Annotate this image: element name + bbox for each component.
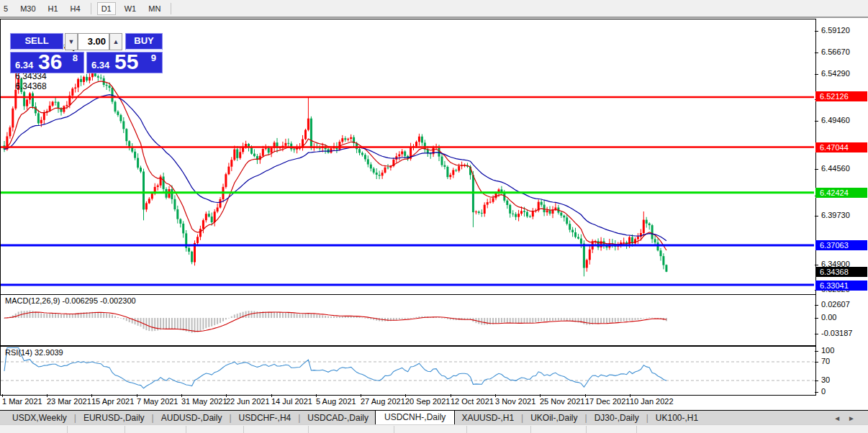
macd-tick-mark [815, 334, 818, 334]
rsi-indicator-pane[interactable]: RSI(14) 32.9039 [0, 346, 816, 396]
chart-tab-usdx-weekly[interactable]: USDX,Weekly [6, 411, 73, 424]
statusbar-separator [530, 426, 531, 433]
date-tick-label: 14 Jul 2021 [271, 397, 312, 406]
date-tick-label: 23 Mar 2021 [47, 397, 91, 406]
statusbar-separator [394, 426, 394, 433]
sell-button[interactable]: SELL [10, 33, 63, 50]
rsi-tick-mark [815, 392, 818, 393]
price-level-marker: 6.37063 [815, 240, 867, 250]
macd-tick-mark [815, 305, 818, 306]
timeframe-toolbar: 5M30H1H4D1W1MN [0, 0, 868, 18]
price-tick-label: 6.54290 [821, 69, 850, 78]
tab-separator: | [646, 413, 648, 423]
chart-tab-audusd-daily[interactable]: AUDUSD-,Daily [155, 411, 229, 424]
macd-indicator-pane[interactable]: MACD(12,26,9) -0.006295 -0.002300 [0, 294, 816, 346]
volume-input[interactable]: 3.00 [78, 33, 109, 50]
price-level-marker: 6.33041 [815, 281, 867, 291]
timeframe-button-mn[interactable]: MN [145, 2, 164, 15]
rsi-chart [1, 347, 814, 393]
buy-price-display[interactable]: 6.34 55 9 [86, 52, 163, 73]
price-tick-mark [815, 31, 818, 32]
macd-tick-label: 0.00 [821, 313, 836, 322]
date-tick-label: 1 Mar 2021 [2, 397, 42, 406]
tab-separator: | [152, 413, 154, 423]
price-tick-mark [815, 169, 818, 170]
price-tick-mark [815, 216, 818, 216]
rsi-tick-mark [815, 362, 818, 363]
buy-price-pip: 9 [151, 53, 156, 63]
chart-tab-dj30-daily[interactable]: DJ30-,Daily [588, 411, 646, 424]
rsi-tick-mark [815, 380, 818, 381]
date-tick-label: 22 Jun 2021 [226, 397, 270, 406]
macd-tick-mark [815, 318, 818, 319]
price-tick-label: 6.56670 [821, 47, 850, 56]
date-tick-label: 12 Oct 2021 [451, 397, 494, 406]
toolbar-separator [91, 3, 91, 14]
price-tick-mark [815, 121, 818, 122]
timeframe-button-d1[interactable]: D1 [97, 2, 116, 15]
timeframe-button-h1[interactable]: H1 [45, 2, 62, 15]
timeframe-button-h4[interactable]: H4 [67, 2, 84, 15]
price-tick-mark [815, 265, 818, 265]
price-tick-label: 6.39730 [821, 211, 850, 219]
ohlc-close: 6.34368 [15, 81, 46, 91]
chart-tab-xauusd-h1[interactable]: XAUUSD-,H1 [455, 411, 520, 424]
price-tick-label: 6.59120 [821, 26, 850, 35]
price-level-marker: 6.47044 [815, 142, 867, 152]
date-tick-label: 31 May 2021 [181, 397, 227, 406]
sell-price-big-digits: 36 [38, 50, 62, 74]
price-tick-label: 6.49460 [821, 116, 850, 124]
statusbar-separator [125, 426, 125, 433]
macd-label: MACD(12,26,9) -0.006295 -0.002300 [5, 296, 136, 305]
date-tick-label: 7 May 2021 [137, 397, 178, 406]
chart-tab-ukoil-daily[interactable]: UKOil-,Daily [524, 411, 584, 424]
volume-increase-button[interactable]: ▲ [109, 33, 122, 50]
toolbar-separator [171, 3, 171, 14]
buy-price-prefix: 6.34 [91, 60, 109, 70]
price-tick-mark [815, 74, 818, 75]
chart-tab-usdcad-daily[interactable]: USDCAD-,Daily [301, 411, 375, 424]
price-level-marker: 6.34368 [815, 267, 867, 277]
chart-tab-bar: USDX,Weekly|EURUSD-,Daily|AUDUSD-,Daily|… [0, 410, 868, 425]
date-tick-label: 3 Nov 2021 [495, 397, 535, 406]
tab-separator: | [74, 413, 76, 423]
chart-tab-usdcnh-daily[interactable]: USDCNH-,Daily [375, 410, 455, 425]
macd-tick-label: -0.03187 [821, 329, 852, 337]
rsi-tick-label: 30 [821, 375, 830, 384]
tab-scroll-left-icon[interactable]: ◄ [833, 414, 848, 422]
chart-tab-eurusd-daily[interactable]: EURUSD-,Daily [77, 411, 151, 424]
date-tick-label: 17 Dec 2021 [585, 397, 630, 406]
date-tick-label: 20 Sep 2021 [405, 397, 450, 406]
price-level-marker: 6.52126 [815, 91, 867, 101]
tab-separator: | [585, 413, 587, 423]
tab-separator: | [298, 413, 300, 423]
buy-button[interactable]: BUY [125, 33, 163, 50]
rsi-tick-mark [815, 351, 818, 352]
date-tick-label: 5 Aug 2021 [316, 397, 356, 406]
chart-tab-usdchf-h4[interactable]: USDCHF-,H4 [232, 411, 298, 424]
rsi-label: RSI(14) 32.9039 [5, 348, 63, 357]
statusbar-separator [586, 426, 587, 433]
one-click-trading-panel: SELL ▼ 3.00 ▲ BUY 6.34 36 8 6.34 55 9 [10, 33, 163, 73]
date-tick-label: 10 Jan 2022 [630, 397, 674, 406]
timeframe-button-m30[interactable]: M30 [17, 2, 39, 15]
sell-price-display[interactable]: 6.34 36 8 [10, 52, 84, 73]
statusbar-separator [243, 426, 244, 433]
price-tick-mark [815, 53, 818, 53]
volume-decrease-button[interactable]: ▼ [65, 33, 78, 50]
timeframe-button-w1[interactable]: W1 [121, 2, 140, 15]
rsi-tick-label: 70 [821, 357, 830, 365]
price-tick-label: 6.44560 [821, 164, 850, 173]
chart-window[interactable]: ▲ USDCNH-,Daily 6.35064 6.35115 6.34334 … [0, 18, 868, 410]
price-level-marker: 6.42424 [815, 188, 867, 198]
timeframe-button-5[interactable]: 5 [0, 2, 12, 15]
date-tick-label: 15 Apr 2021 [91, 397, 134, 406]
chart-tab-uk100-h1[interactable]: UK100-,H1 [649, 411, 705, 424]
statusbar-separator [67, 426, 68, 433]
tab-scroll-right-icon[interactable]: ► [848, 414, 862, 422]
statusbar-separator [636, 426, 637, 433]
tab-separator: | [521, 413, 523, 423]
buy-price-big-digits: 55 [114, 50, 138, 74]
rsi-tick-label: 0 [821, 387, 826, 396]
status-bar [0, 424, 868, 433]
